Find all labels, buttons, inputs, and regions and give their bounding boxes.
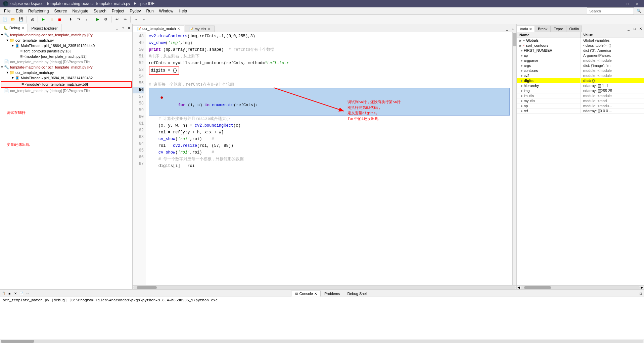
tab-debug-close[interactable]: ✕ [21,26,24,30]
debug-suspend-button[interactable]: ⏸ [48,16,55,23]
print-button[interactable]: 🖨 [29,16,36,23]
var-row-globals[interactable]: ▶●Globals Global variables [517,38,644,43]
menu-source[interactable]: Source [51,8,70,14]
right-minimize-icon[interactable]: _ [626,26,631,31]
console-btn1[interactable]: 📋 [1,291,6,296]
scroll-left-icon[interactable]: ◀ [517,286,520,289]
minimize-button[interactable]: ─ [614,1,623,6]
menu-help[interactable]: Help [176,8,190,14]
bottom-scrollbar-h[interactable] [0,339,644,343]
menu-navigate[interactable]: Navigate [70,8,91,14]
menu-refactoring[interactable]: Refactoring [26,8,51,14]
h-scroll-thumb[interactable] [137,286,157,289]
var-row-ap[interactable]: ●ap ArgumentParser: [517,53,644,58]
step-into-button[interactable]: ⬇ [67,16,74,23]
editor-minimize-icon[interactable]: _ [504,26,510,31]
tree-row-4[interactable]: ≡ <module> [ocr_template_match.py:52] [0,54,132,59]
console-btn4[interactable]: 📄 [19,291,24,296]
tree-row-10[interactable]: 📄 ocr_template_match.py [debug] [D:\Prog… [0,88,132,93]
editor-maximize-icon[interactable]: □ [510,26,516,31]
var-row-digits[interactable]: ●digits dict: {} [517,78,644,83]
menu-project[interactable]: Project [109,8,127,14]
close-button[interactable]: ✕ [633,1,641,6]
right-h-scroll-thumb[interactable] [524,286,551,289]
tree-row-0[interactable]: ▼ 🔧 template-matching-ocr ocr_template_m… [0,32,132,38]
step-over-button[interactable]: ↷ [75,16,82,23]
menu-window[interactable]: Window [156,8,176,14]
tree-row-9[interactable]: ≡ <module> [ocr_template_match.py:56] [1,81,132,88]
bottom-minimize[interactable]: _ [632,291,637,296]
tree-row-8[interactable]: ▼ 🧵 MainThread - pid_9684_id_18422141894… [0,75,132,81]
menu-edit[interactable]: Edit [13,8,26,14]
open-button[interactable]: 📂 [9,16,17,23]
tab-project-explorer[interactable]: Project Explorer [28,24,61,32]
console-btn5[interactable]: ↔ [25,291,30,296]
tree-row-3[interactable]: ≡ sort_contours [myutils.py:13] [0,48,132,54]
new-button[interactable]: 📄 [1,16,9,23]
bottom-h-scroll-thumb[interactable] [1,340,34,343]
scrollbar-thumb[interactable] [513,33,516,46]
tab-close-ocr[interactable]: ✕ [177,27,180,31]
tab-variables[interactable]: Varia ✕ [517,26,535,32]
bottom-maximize[interactable]: □ [638,291,643,296]
var-row-args[interactable]: ●args dict: {'image': 'im [517,63,644,68]
scroll-right-icon[interactable]: ▶ [641,286,643,289]
var-row-imutils[interactable]: ●imutils module: <module [517,93,644,98]
right-scrollbar-h[interactable]: ◀ ▶ [517,285,644,289]
var-row-argparse[interactable]: ●argparse module: <module [517,58,644,63]
var-row-cv2[interactable]: ●cv2 module: <module [517,73,644,78]
redo-button[interactable]: ↪ [121,16,129,23]
console-close[interactable]: ✕ [314,292,317,296]
editor-scrollbar-horizontal[interactable] [133,285,516,289]
close-panel-icon[interactable]: ✕ [126,26,132,31]
tab-expressions[interactable]: Expre [551,26,566,32]
var-row-np[interactable]: ●np module: <modu... [517,103,644,109]
menu-pydev[interactable]: Pydev [127,8,143,14]
editor-scrollbar-vertical[interactable] [512,32,516,285]
var-row-ref[interactable]: ●ref ndarray: [[0 0 0 ... [517,109,644,114]
code-content[interactable]: cv2.drawContours(img,refCnts,-1,(0,0,255… [146,32,512,285]
tab-debug-shell[interactable]: Debug Shell [343,291,371,297]
tab-myutils[interactable]: 📝 myutils ✕ [185,26,215,32]
tab-debug[interactable]: 🐛 Debug ✕ [0,24,28,32]
next-button[interactable]: → [132,16,140,23]
var-row-sort-contours[interactable]: ▶×sort_contours <class 'tuple'>: (( [517,43,644,48]
minimize-panel-icon[interactable]: _ [114,26,120,31]
tree-row-6[interactable]: ▼ 🔧 template-matching-ocr ocr_template_m… [0,65,132,70]
run-button[interactable]: ▶ [94,16,101,23]
maximize-panel-icon[interactable]: □ [120,26,126,31]
right-maximize-icon[interactable]: □ [632,26,637,31]
tree-row-7[interactable]: ▼ 📁 ocr_template_match.py [0,70,132,75]
back-button[interactable]: ← [140,16,148,23]
run-config-button[interactable]: ⚙ [102,16,109,23]
maximize-button[interactable]: □ [623,1,632,6]
tab-breakpoints[interactable]: Break [535,26,551,32]
tree-row-1[interactable]: ▼ 📁 ocr_template_match.py [0,38,132,43]
tab-variables-close[interactable]: ✕ [529,27,532,31]
tab-console[interactable]: 🖥 Console ✕ [291,291,321,297]
console-btn3[interactable]: ✕ [13,291,18,296]
right-close-icon[interactable]: ✕ [638,26,643,31]
console-btn2[interactable]: ■ [7,291,12,296]
var-row-contours[interactable]: ●contours module: <module [517,68,644,73]
tab-outline[interactable]: Outlin [566,26,582,32]
undo-button[interactable]: ↩ [113,16,121,23]
var-row-hierarchy[interactable]: ●hierarchy ndarray: [[[ 1 -1 [517,83,644,88]
search-icon-btn[interactable]: 🔍 [635,7,643,15]
var-row-first-number[interactable]: ●FIRST_NUMBER dict ('3': 'America [517,48,644,53]
tree-row-2[interactable]: ▼ 🧵 MainThread - pid_18864_id_2395191294… [0,43,132,48]
tab-close-myutils[interactable]: ✕ [208,27,210,31]
menu-search[interactable]: Search [91,8,109,14]
var-row-myutils[interactable]: ●myutils module: <mod [517,98,644,103]
tab-ocr-template[interactable]: 📝 ocr_template_match ✕ [133,25,184,32]
menu-run[interactable]: Run [144,8,156,14]
debug-stop-button[interactable]: ⏹ [56,16,63,23]
menu-file[interactable]: File [1,8,13,14]
tree-row-5[interactable]: 📄 ocr_template_match.py [debug] [D:\Prog… [0,59,132,65]
step-return-button[interactable]: ↑ [83,16,90,23]
debug-resume-button[interactable]: ▶ [40,16,47,23]
search-input[interactable] [587,7,634,15]
save-button[interactable]: 💾 [17,16,25,23]
tab-problems[interactable]: Problems [321,291,343,297]
var-row-img[interactable]: ●img ndarray: [[[255 25 [517,88,644,93]
